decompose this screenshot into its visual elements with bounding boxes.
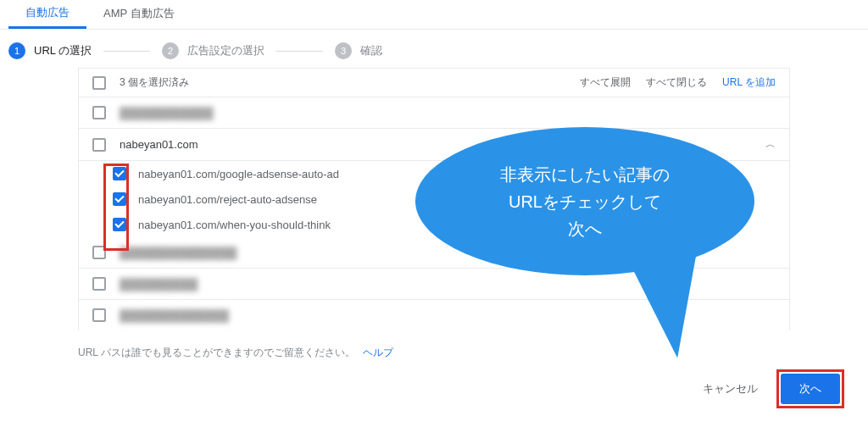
step-2-label: 広告設定の選択 xyxy=(187,43,264,58)
row-checkbox[interactable] xyxy=(92,308,106,322)
url-label: nabeyan01.com xyxy=(120,138,765,151)
step-divider xyxy=(276,51,323,52)
step-1: 1 URL の選択 xyxy=(8,42,92,59)
url-row[interactable]: ████████████ xyxy=(79,97,789,129)
collapse-all-button[interactable]: すべて閉じる xyxy=(646,75,707,90)
url-panel: 3 個を選択済み すべて展開 すべて閉じる URL を追加 ██████████… xyxy=(78,68,790,330)
footer-note: URL パスは誰でも見ることができますのでご留意ください。 ヘルプ xyxy=(78,341,790,365)
cancel-button[interactable]: キャンセル xyxy=(699,374,761,403)
footer-note-text: URL パスは誰でも見ることができますのでご留意ください。 xyxy=(78,347,355,358)
step-3: 3 確認 xyxy=(335,42,382,59)
url-path: nabeyan01.com/when-you-should-think xyxy=(138,219,331,231)
select-all-checkbox[interactable] xyxy=(92,76,106,90)
next-button[interactable]: 次へ xyxy=(781,374,840,404)
subrow-checkbox[interactable] xyxy=(113,167,126,180)
url-label: ███████████████ xyxy=(120,247,776,259)
expand-all-button[interactable]: すべて展開 xyxy=(580,75,631,90)
url-row[interactable]: ███████████████ xyxy=(79,237,789,269)
row-checkbox[interactable] xyxy=(92,277,106,291)
footer-buttons: キャンセル 次へ xyxy=(699,369,844,408)
stepper: 1 URL の選択 2 広告設定の選択 3 確認 xyxy=(0,30,868,69)
tab-amp-auto-ads[interactable]: AMP 自動広告 xyxy=(86,0,192,29)
step-2-circle: 2 xyxy=(162,42,179,59)
annotation-highlight-next: 次へ xyxy=(776,369,844,408)
chevron-up-icon[interactable]: ︿ xyxy=(765,137,776,152)
row-checkbox[interactable] xyxy=(92,246,106,259)
url-subrow[interactable]: nabeyan01.com/when-you-should-think xyxy=(79,212,789,237)
url-subrow[interactable]: nabeyan01.com/reject-auto-adsense xyxy=(79,186,789,212)
subrow-checkbox[interactable] xyxy=(113,218,126,231)
selected-count: 3 個を選択済み xyxy=(120,75,189,90)
row-checkbox[interactable] xyxy=(92,106,106,119)
url-path: nabeyan01.com/reject-auto-adsense xyxy=(138,193,317,206)
url-subrow[interactable]: nabeyan01.com/google-adsense-auto-ad xyxy=(79,161,789,186)
step-divider xyxy=(103,51,150,52)
url-path: nabeyan01.com/google-adsense-auto-ad xyxy=(138,168,339,180)
url-row[interactable]: ██████████████ xyxy=(79,300,789,330)
url-label: ████████████ xyxy=(120,107,776,119)
step-2: 2 広告設定の選択 xyxy=(162,42,264,59)
tab-auto-ads[interactable]: 自動広告 xyxy=(8,0,86,29)
step-1-circle: 1 xyxy=(8,42,25,59)
url-row[interactable]: nabeyan01.com ︿ xyxy=(79,129,789,161)
step-3-label: 確認 xyxy=(360,43,382,58)
url-label: ██████████████ xyxy=(120,309,776,322)
row-checkbox[interactable] xyxy=(92,138,106,152)
url-row[interactable]: ██████████ xyxy=(79,269,789,300)
panel-header: 3 個を選択済み すべて展開 すべて閉じる URL を追加 xyxy=(79,69,789,97)
help-link[interactable]: ヘルプ xyxy=(363,347,393,358)
tabs: 自動広告 AMP 自動広告 xyxy=(0,0,868,30)
subrow-checkbox[interactable] xyxy=(113,192,126,206)
add-url-button[interactable]: URL を追加 xyxy=(722,75,776,90)
step-3-circle: 3 xyxy=(335,42,352,59)
step-1-label: URL の選択 xyxy=(34,43,92,58)
url-label: ██████████ xyxy=(120,278,776,291)
